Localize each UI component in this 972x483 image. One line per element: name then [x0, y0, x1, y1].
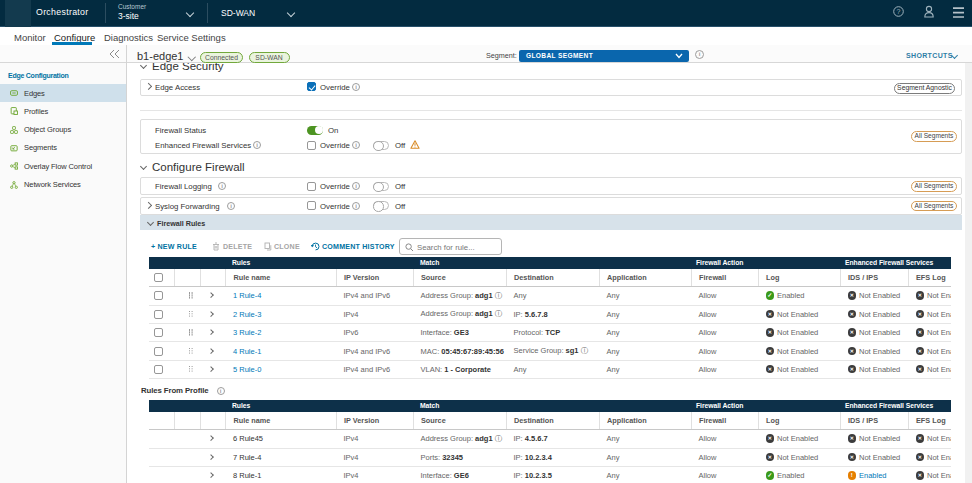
svg-text:?: ? — [897, 8, 901, 15]
